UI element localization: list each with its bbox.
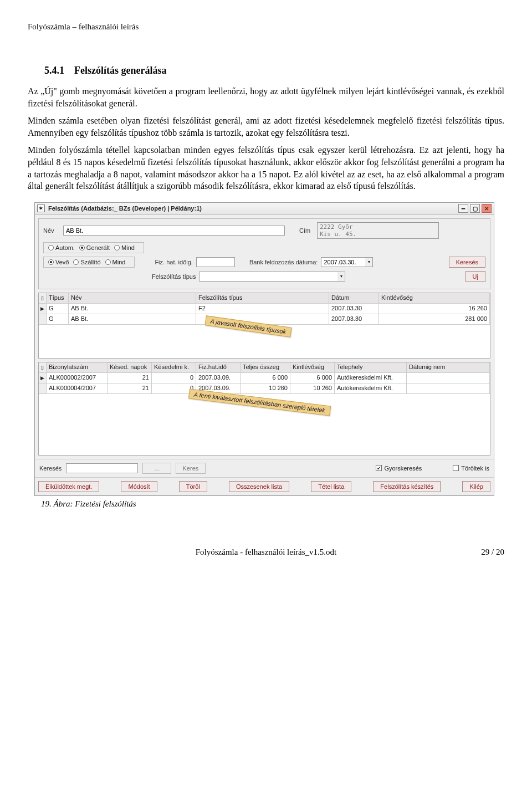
paragraph-2: Minden számla esetében olyan fizetési fe… xyxy=(28,115,504,139)
col-kesednapok[interactable]: Késed. napok xyxy=(108,362,152,372)
table-row[interactable]: ▶ G AB Bt. F2 2007.03.30 16 260 xyxy=(39,304,490,314)
label-kereses: Keresés xyxy=(39,465,62,472)
footer-pagenum: 29 / 20 xyxy=(481,548,504,557)
osszesenek-button[interactable]: Összesenek lista xyxy=(229,481,289,492)
page-footer: Folyószámla - felhasználói leírás_v1.5.o… xyxy=(28,548,504,557)
felsztipus-combo[interactable]: ▾ xyxy=(199,272,345,282)
gyorskereses-checkbox[interactable]: ✔Gyorskeresés xyxy=(376,465,422,472)
search-bar: Keresés ... Keres ✔Gyorskeresés Töröltek… xyxy=(35,459,494,477)
footer-filename: Folyószámla - felhasználói leírás_v1.5.o… xyxy=(196,548,337,557)
kereses-input[interactable] xyxy=(66,463,138,473)
window-title: Felszólítás (Adatbázis:_ BZs (Developer)… xyxy=(48,205,202,212)
col-felsztipus[interactable]: Felszólítás típus xyxy=(196,293,329,303)
keres-button-disabled: Keres xyxy=(176,463,206,474)
row-marker: ▶ xyxy=(39,373,47,383)
bankdatum-input[interactable] xyxy=(321,257,365,267)
section-title-text: Felszólítás generálása xyxy=(74,65,166,76)
cim-display xyxy=(317,222,439,239)
col-bizonylat[interactable]: Bizonylatszám xyxy=(47,362,108,372)
app-icon: ✶ xyxy=(37,204,45,212)
dots-button[interactable]: ... xyxy=(142,463,171,474)
row-marker: ▶ xyxy=(39,304,47,314)
window-titlebar: ✶ Felszólítás (Adatbázis:_ BZs (Develope… xyxy=(35,203,494,215)
radio-autom[interactable]: Autom. xyxy=(48,244,75,251)
row-marker-header: ▯ xyxy=(39,362,47,372)
radio-vevo[interactable]: Vevő xyxy=(48,259,69,265)
col-kintlevoseg[interactable]: Kintlévőség xyxy=(379,293,490,303)
row-marker xyxy=(39,383,47,393)
label-bankdatum: Bank feldozozás dátuma: xyxy=(249,259,318,265)
fizhat-input[interactable] xyxy=(196,257,235,267)
row-marker-header: ▯ xyxy=(39,293,47,303)
col-tipus[interactable]: Típus xyxy=(47,293,69,303)
grid-tetelek[interactable]: ▯ Bizonylatszám Késed. napok Késedelmi k… xyxy=(38,362,490,456)
radio-generalt[interactable]: Generált xyxy=(79,244,110,251)
radio-mind-2[interactable]: Mind xyxy=(105,259,126,265)
row-marker xyxy=(39,314,47,324)
col-datumignem[interactable]: Dátumig nem xyxy=(407,362,490,372)
modosit-button[interactable]: Módosít xyxy=(121,481,157,492)
label-felsztipus: Felszólítás típus xyxy=(152,273,196,280)
col-kintlev[interactable]: Kintlévőség xyxy=(290,362,335,372)
close-button[interactable]: ✕ xyxy=(482,204,492,213)
grid-felszolitasok[interactable]: ▯ Típus Név Felszólítás típus Dátum Kint… xyxy=(38,293,490,359)
page-header: Folyószámla – felhasználói leírás xyxy=(28,22,504,32)
col-teljesosszeg[interactable]: Teljes összeg xyxy=(241,362,290,372)
label-cim: Cím xyxy=(299,227,314,234)
maximize-button[interactable]: ▢ xyxy=(470,204,480,213)
paragraph-3: Minden folyószámla tétellel kapcsolatban… xyxy=(28,144,504,192)
col-kesedkamat[interactable]: Késedelmi k. xyxy=(152,362,196,372)
toroltek-checkbox[interactable]: Töröltek is xyxy=(453,465,489,472)
felsztipus-input[interactable] xyxy=(199,272,337,282)
keszites-button[interactable]: Felszólítás készítés xyxy=(373,481,441,492)
kilep-button[interactable]: Kilép xyxy=(462,481,490,492)
col-nev[interactable]: Név xyxy=(69,293,196,303)
label-fizhat: Fiz. hat. időig. xyxy=(155,259,192,265)
tetel-button[interactable]: Tétel lista xyxy=(311,481,351,492)
filter-panel: Név Cím Autom. Generált Mind Vevő Szállí… xyxy=(38,218,490,289)
bankdatum-combo[interactable]: ▾ xyxy=(321,257,373,267)
col-datum[interactable]: Dátum xyxy=(329,293,379,303)
action-bar: Elküldöttek megt. Módosít Töröl Összesen… xyxy=(35,477,494,495)
section-heading: 5.4.1 Felszólítás generálása xyxy=(44,65,488,76)
paragraph-1: Az „Új" gomb megnyomását követően a prog… xyxy=(28,85,504,109)
torol-button[interactable]: Töröl xyxy=(179,481,207,492)
label-nev: Név xyxy=(43,227,60,234)
elkuldottek-button[interactable]: Elküldöttek megt. xyxy=(38,481,99,492)
chevron-down-icon[interactable]: ▾ xyxy=(337,272,345,282)
figure-screenshot: ✶ Felszólítás (Adatbázis:_ BZs (Develope… xyxy=(34,202,504,509)
table-row[interactable]: ALK000004/2007 21 0 2007.03.09. 10 260 1… xyxy=(39,383,490,394)
radio-mind-1[interactable]: Mind xyxy=(114,244,135,251)
col-fizhatido[interactable]: Fiz.hat.idő xyxy=(196,362,241,372)
app-window: ✶ Felszólítás (Adatbázis:_ BZs (Develope… xyxy=(34,202,494,496)
col-telephely[interactable]: Telephely xyxy=(335,362,407,372)
figure-caption: 19. Ábra: Fizetési felszólítás xyxy=(41,499,504,509)
kereses-button[interactable]: Keresés xyxy=(449,257,485,268)
radio-szallito[interactable]: Szállító xyxy=(73,259,100,265)
chevron-down-icon[interactable]: ▾ xyxy=(365,257,373,267)
minimize-button[interactable]: ━ xyxy=(458,204,468,213)
table-row[interactable]: G AB Bt. 2007.03.30 281 000 xyxy=(39,314,490,325)
uj-button[interactable]: Uj xyxy=(466,271,485,282)
section-number: 5.4.1 xyxy=(44,65,64,76)
table-row[interactable]: ▶ ALK000002/2007 21 0 2007.03.09. 6 000 … xyxy=(39,373,490,383)
nev-input[interactable] xyxy=(63,226,285,236)
